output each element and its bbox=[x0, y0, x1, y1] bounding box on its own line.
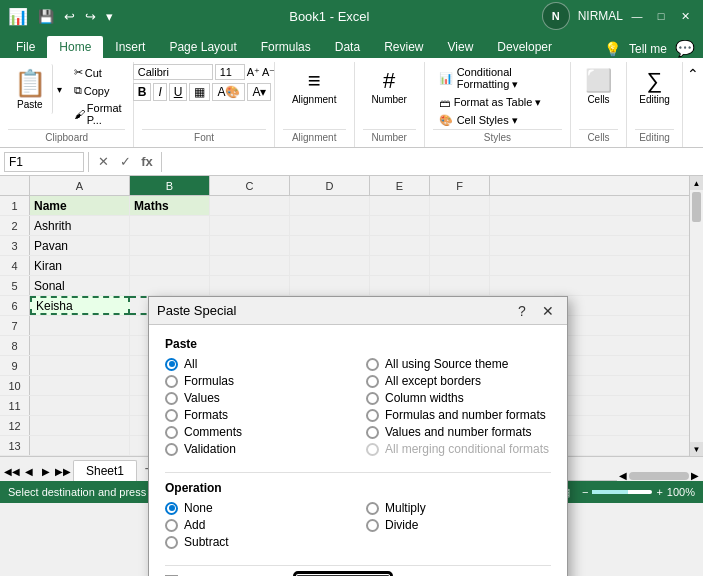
format-as-table-button[interactable]: 🗃 Format as Table ▾ bbox=[433, 94, 562, 111]
minimize-button[interactable]: — bbox=[627, 6, 647, 26]
quick-access-dropdown[interactable]: ▾ bbox=[102, 7, 117, 26]
tell-me-label[interactable]: Tell me bbox=[629, 42, 667, 56]
operation-options-right: Multiply Divide bbox=[366, 501, 551, 557]
operation-section-label: Operation bbox=[165, 481, 551, 495]
italic-button[interactable]: I bbox=[153, 83, 166, 101]
paste-col-widths-option[interactable]: Column widths bbox=[366, 391, 551, 405]
cond-fmt-label: Conditional Formatting ▾ bbox=[457, 66, 556, 91]
number-items: # Number bbox=[365, 64, 413, 129]
paste-comments-option[interactable]: Comments bbox=[165, 425, 350, 439]
paste-all-source-option[interactable]: All using Source theme bbox=[366, 357, 551, 371]
tab-developer[interactable]: Developer bbox=[485, 36, 564, 58]
tab-insert[interactable]: Insert bbox=[103, 36, 157, 58]
scroll-right-button[interactable]: ▶ bbox=[691, 470, 699, 481]
fill-color-button[interactable]: A🎨 bbox=[212, 83, 245, 101]
operation-none-option[interactable]: None bbox=[165, 501, 350, 515]
font-name-selector[interactable]: Calibri bbox=[133, 64, 213, 80]
h-scroll-thumb[interactable] bbox=[629, 472, 689, 480]
maximize-button[interactable]: □ bbox=[651, 6, 671, 26]
tab-formulas[interactable]: Formulas bbox=[249, 36, 323, 58]
sheet-nav-first[interactable]: ◀◀ bbox=[4, 463, 20, 479]
dialog-help-button[interactable]: ? bbox=[511, 300, 533, 322]
undo-icon[interactable]: ↩ bbox=[60, 7, 79, 26]
cells-button[interactable]: ⬜ Cells bbox=[579, 64, 619, 109]
user-avatar[interactable]: N bbox=[542, 2, 570, 30]
paste-except-borders-option[interactable]: All except borders bbox=[366, 374, 551, 388]
zoom-out-button[interactable]: − bbox=[582, 486, 588, 498]
paste-formulas-option[interactable]: Formulas bbox=[165, 374, 350, 388]
editing-button[interactable]: ∑ Editing bbox=[633, 64, 676, 109]
font-size-selector[interactable]: 11 bbox=[215, 64, 245, 80]
horizontal-scrollbar[interactable]: ◀ ▶ bbox=[619, 470, 699, 481]
alignment-button[interactable]: ≡ Alignment bbox=[286, 64, 342, 109]
sheet-nav-next[interactable]: ▶ bbox=[38, 463, 54, 479]
paste-all-merging-label: All merging conditional formats bbox=[385, 442, 549, 456]
sheet-nav-prev[interactable]: ◀ bbox=[21, 463, 37, 479]
clipboard-group: 📋 Paste ▾ ✂Cut ⧉Copy 🖌Format P... Clipbo… bbox=[0, 62, 134, 147]
paste-validation-radio bbox=[165, 443, 178, 456]
paste-all-option[interactable]: All bbox=[165, 357, 350, 371]
bold-button[interactable]: B bbox=[133, 83, 152, 101]
save-icon[interactable]: 💾 bbox=[34, 7, 58, 26]
paste-all-radio bbox=[165, 358, 178, 371]
font-size-decrease[interactable]: A⁻ bbox=[262, 66, 275, 79]
conditional-formatting-button[interactable]: 📊 Conditional Formatting ▾ bbox=[433, 64, 562, 93]
paste-dropdown[interactable]: ▾ bbox=[53, 64, 66, 114]
paste-values-option[interactable]: Values bbox=[165, 391, 350, 405]
zoom-in-button[interactable]: + bbox=[656, 486, 662, 498]
cancel-formula-button[interactable]: ✕ bbox=[93, 152, 113, 172]
sheet-nav-last[interactable]: ▶▶ bbox=[55, 463, 71, 479]
font-size-increase[interactable]: A⁺ bbox=[247, 66, 260, 79]
share-icon[interactable]: 💬 bbox=[675, 39, 695, 58]
formula-bar: ✕ ✓ fx bbox=[0, 148, 703, 176]
ribbon-collapse-button[interactable]: ⌃ bbox=[683, 62, 703, 147]
tab-home[interactable]: Home bbox=[47, 36, 103, 58]
paste-validation-option[interactable]: Validation bbox=[165, 442, 350, 456]
tab-view[interactable]: View bbox=[436, 36, 486, 58]
paste-all-merging-radio bbox=[366, 443, 379, 456]
insert-function-button[interactable]: fx bbox=[137, 152, 157, 172]
tab-review[interactable]: Review bbox=[372, 36, 435, 58]
redo-icon[interactable]: ↪ bbox=[81, 7, 100, 26]
alignment-items: ≡ Alignment bbox=[286, 64, 342, 129]
paste-special-dialog: Paste Special ? ✕ Paste All bbox=[148, 296, 568, 576]
operation-divide-option[interactable]: Divide bbox=[366, 518, 551, 532]
cell-styles-button[interactable]: 🎨 Cell Styles ▾ bbox=[433, 112, 562, 129]
clipboard-items: 📋 Paste ▾ ✂Cut ⧉Copy 🖌Format P... bbox=[8, 64, 126, 129]
tab-file[interactable]: File bbox=[4, 36, 47, 58]
paste-radio-group-right: All using Source theme All except border… bbox=[366, 357, 551, 456]
paste-icon: 📋 bbox=[14, 68, 46, 99]
formula-input[interactable] bbox=[166, 154, 699, 169]
clipboard-label: Clipboard bbox=[8, 129, 125, 145]
operation-add-option[interactable]: Add bbox=[165, 518, 350, 532]
dialog-overlay: Paste Special ? ✕ Paste All bbox=[0, 176, 703, 456]
paste-formats-option[interactable]: Formats bbox=[165, 408, 350, 422]
name-box[interactable] bbox=[4, 152, 84, 172]
border-button[interactable]: ▦ bbox=[189, 83, 210, 101]
paste-formulas-num-option[interactable]: Formulas and number formats bbox=[366, 408, 551, 422]
paste-values-num-option[interactable]: Values and number formats bbox=[366, 425, 551, 439]
scroll-left-button[interactable]: ◀ bbox=[619, 470, 627, 481]
operation-subtract-option[interactable]: Subtract bbox=[165, 535, 350, 549]
zoom-slider-track[interactable] bbox=[592, 490, 652, 494]
sheet-tab-sheet1[interactable]: Sheet1 bbox=[73, 460, 137, 481]
paste-button[interactable]: 📋 Paste bbox=[8, 64, 53, 114]
dialog-title: Paste Special bbox=[157, 303, 237, 318]
cut-button[interactable]: ✂Cut bbox=[70, 64, 126, 81]
underline-button[interactable]: U bbox=[169, 83, 188, 101]
tab-page-layout[interactable]: Page Layout bbox=[157, 36, 248, 58]
editing-group-label: Editing bbox=[635, 129, 674, 145]
tab-data[interactable]: Data bbox=[323, 36, 372, 58]
close-button[interactable]: ✕ bbox=[675, 6, 695, 26]
paste-section-label: Paste bbox=[165, 337, 551, 351]
sheet-nav-buttons: ◀◀ ◀ ▶ ▶▶ bbox=[4, 463, 71, 479]
copy-button[interactable]: ⧉Copy bbox=[70, 82, 126, 99]
dialog-close-button[interactable]: ✕ bbox=[537, 300, 559, 322]
font-color-button[interactable]: A▾ bbox=[247, 83, 271, 101]
operation-multiply-option[interactable]: Multiply bbox=[366, 501, 551, 515]
number-button[interactable]: # Number bbox=[365, 64, 413, 109]
paste-except-borders-radio bbox=[366, 375, 379, 388]
format-painter-button[interactable]: 🖌Format P... bbox=[70, 100, 126, 128]
enter-formula-button[interactable]: ✓ bbox=[115, 152, 135, 172]
operation-subtract-label: Subtract bbox=[184, 535, 229, 549]
